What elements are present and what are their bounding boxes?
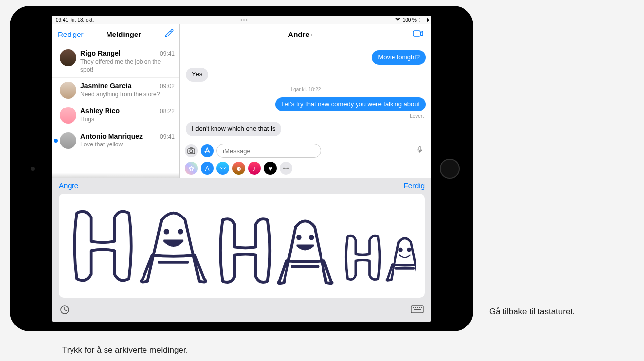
handwriting-drawing	[68, 199, 416, 293]
svg-rect-14	[417, 307, 418, 308]
battery-icon	[419, 18, 428, 22]
home-button[interactable]	[440, 159, 460, 179]
message-bubble-received[interactable]: I don't know which one that is	[186, 122, 281, 136]
message-input-row	[180, 142, 431, 160]
battery-text: 100 %	[403, 17, 417, 23]
status-bar: 09:41 tir. 18. okt. ••• 100 %	[52, 16, 431, 24]
callout-line	[67, 320, 67, 343]
message-bubble-sent[interactable]: Movie tonight?	[372, 50, 426, 65]
app-more-icon[interactable]: •••	[280, 162, 292, 175]
conversation-item[interactable]: Antonio Manriquez 09:41 Love that yellow	[52, 128, 179, 153]
conversation-name: Antonio Manriquez	[80, 132, 143, 140]
dictate-icon[interactable]	[417, 146, 423, 156]
app-music-icon[interactable]: ♪	[248, 162, 261, 175]
svg-rect-16	[421, 307, 422, 308]
app-digitaltouch-icon[interactable]: ♥	[264, 162, 277, 175]
chat-title[interactable]: Andre ›	[288, 30, 312, 38]
handwriting-canvas[interactable]	[59, 194, 425, 298]
edit-button[interactable]: Rediger	[58, 30, 84, 38]
status-time: 09:41	[56, 17, 68, 23]
svg-point-6	[298, 236, 300, 239]
undo-button[interactable]: Angre	[59, 181, 78, 190]
status-date: tir. 18. okt.	[71, 17, 94, 23]
app-strip: ✿ A 〰 ☻ ♪ ♥ •••	[180, 160, 431, 178]
callout-line	[428, 312, 485, 312]
multitask-dots[interactable]: •••	[94, 17, 394, 23]
svg-rect-3	[419, 147, 421, 151]
conversation-name: Ashley Rico	[80, 107, 120, 115]
svg-rect-0	[413, 31, 420, 36]
chat-pane: Andre › Movie tonight? Yes I går kl. 18:…	[180, 24, 431, 178]
screen: 09:41 tir. 18. okt. ••• 100 % Rediger Me…	[52, 16, 431, 322]
conversation-item[interactable]: Jasmine Garcia 09:02 Need anything from …	[52, 78, 179, 103]
chevron-right-icon: ›	[311, 31, 313, 38]
video-call-button[interactable]	[413, 30, 424, 39]
conversation-list: Rigo Rangel 09:41 They offered me the jo…	[52, 45, 179, 173]
front-camera-dot	[31, 167, 35, 171]
svg-point-2	[190, 150, 193, 153]
callout-keyboard: Gå tilbake til tastaturet.	[489, 307, 575, 317]
conversation-preview: They offered me the job on the spot!	[80, 58, 175, 73]
app-stickers-icon[interactable]: ☻	[232, 162, 245, 175]
svg-point-7	[310, 236, 313, 239]
svg-point-4	[165, 230, 168, 233]
keyboard-button[interactable]	[411, 305, 424, 316]
conversation-time: 09:41	[160, 50, 175, 57]
conversation-item[interactable]: Ashley Rico 08:22 Hugs	[52, 103, 179, 128]
conversation-name: Rigo Rangel	[80, 49, 121, 57]
svg-point-9	[408, 249, 410, 251]
app-store-button[interactable]	[201, 144, 214, 157]
conversation-time: 09:02	[160, 83, 175, 90]
wifi-icon	[395, 17, 401, 23]
svg-rect-17	[414, 309, 421, 310]
chat-header: Andre ›	[180, 24, 431, 45]
conversation-preview: Love that yellow	[80, 141, 175, 149]
svg-point-8	[400, 249, 402, 251]
delivered-status: Levert	[410, 113, 424, 119]
avatar	[60, 49, 76, 66]
conversation-preview: Need anything from the store?	[80, 91, 175, 99]
svg-point-5	[179, 230, 182, 233]
ipad-frame: 09:41 tir. 18. okt. ••• 100 % Rediger Me…	[10, 6, 473, 331]
app-photos-icon[interactable]: ✿	[185, 162, 198, 175]
svg-rect-12	[413, 307, 414, 308]
callout-history: Trykk for å se arkiverte meldinger.	[62, 345, 188, 355]
conversation-name: Jasmine Garcia	[80, 82, 132, 90]
conversation-time: 09:41	[160, 133, 175, 140]
conversation-item[interactable]: Rigo Rangel 09:41 They offered me the jo…	[52, 45, 179, 78]
chat-timestamp: I går kl. 18:22	[186, 87, 426, 92]
handwriting-panel: Angre Ferdig	[52, 178, 431, 322]
conversation-preview: Hugs	[80, 116, 175, 124]
done-button[interactable]: Ferdig	[403, 181, 425, 190]
avatar	[60, 107, 76, 124]
svg-rect-13	[415, 307, 416, 308]
avatar	[60, 132, 76, 149]
conversation-time: 08:22	[160, 108, 175, 115]
message-bubble-received[interactable]: Yes	[186, 68, 208, 82]
message-bubble-sent[interactable]: Let's try that new comedy you were talki…	[275, 97, 426, 111]
chat-message-list[interactable]: Movie tonight? Yes I går kl. 18:22 Let's…	[180, 45, 431, 142]
message-input[interactable]	[216, 144, 321, 158]
sidebar-header: Rediger Meldinger	[52, 24, 179, 45]
handwriting-history-button[interactable]	[60, 305, 70, 317]
app-store-icon[interactable]: A	[201, 162, 214, 175]
avatar	[60, 82, 76, 99]
camera-button[interactable]	[185, 144, 198, 157]
compose-button[interactable]	[164, 29, 174, 40]
conversations-sidebar: Rediger Meldinger Rigo Rangel 09:41	[52, 24, 180, 178]
sidebar-fade	[52, 173, 179, 178]
app-audio-icon[interactable]: 〰	[216, 162, 229, 175]
sidebar-title: Meldinger	[106, 30, 141, 38]
svg-rect-15	[419, 307, 420, 308]
unread-indicator	[54, 139, 58, 143]
